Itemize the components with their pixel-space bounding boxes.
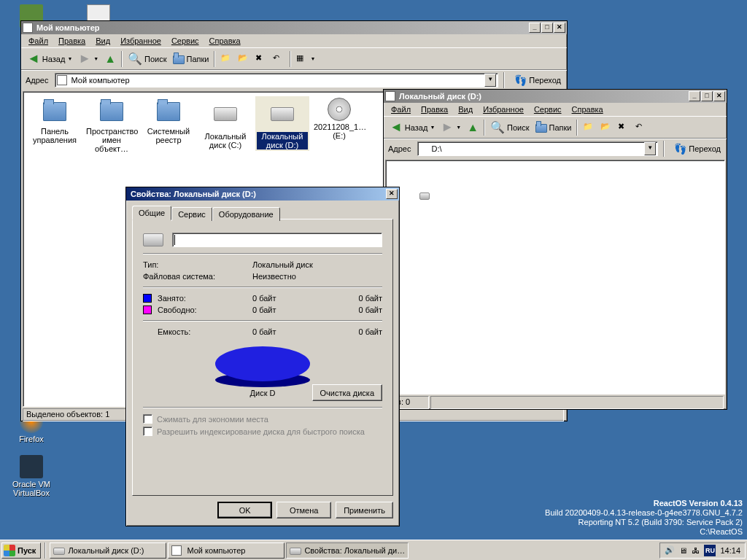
- delete-icon: ✖: [618, 122, 630, 133]
- go-button[interactable]: 👣Переход: [510, 73, 565, 88]
- maximize-button[interactable]: □: [701, 91, 713, 101]
- usb-icon[interactable]: 🖥: [679, 546, 687, 555]
- back-button[interactable]: ◄Назад▼: [24, 50, 75, 68]
- free-readable: 0 байт: [325, 306, 382, 314]
- tool-undo[interactable]: ↶: [270, 52, 287, 66]
- titlebar[interactable]: Локальный диск (D:) _ □ ✕: [384, 90, 727, 103]
- tool-undo[interactable]: ↶: [632, 120, 650, 135]
- maximize-button[interactable]: □: [541, 23, 553, 33]
- folders-button[interactable]: Папки: [533, 120, 575, 135]
- titlebar[interactable]: Свойства: Локальный диск (D:) ✕: [126, 187, 399, 201]
- type-label: Тип:: [143, 260, 252, 269]
- forward-button[interactable]: ►▼: [75, 50, 101, 68]
- fs-value: Неизвестно: [252, 272, 296, 281]
- cap-label: Емкость:: [158, 327, 252, 336]
- copyto-icon: 📂: [600, 122, 612, 133]
- menu-fav[interactable]: Избранное: [116, 35, 166, 47]
- file-view[interactable]: [385, 160, 725, 394]
- titlebar[interactable]: Мой компьютер _ □ ✕: [21, 21, 567, 34]
- copyto-icon: 📂: [238, 53, 249, 65]
- minimize-button[interactable]: _: [689, 91, 700, 101]
- close-button[interactable]: ✕: [713, 91, 725, 101]
- tab-hardware[interactable]: Оборудование: [212, 207, 280, 221]
- views-icon: ▦: [296, 53, 308, 65]
- menu-edit[interactable]: Правка: [54, 35, 90, 47]
- item-disk-d[interactable]: Локальный диск (D:): [255, 96, 309, 151]
- tool-copyto[interactable]: 📂: [597, 120, 615, 135]
- undo-icon: ↶: [635, 122, 647, 133]
- tool-copyto[interactable]: 📂: [235, 52, 252, 66]
- menu-help[interactable]: Справка: [568, 104, 608, 115]
- forward-button[interactable]: ►▼: [438, 118, 464, 136]
- desk-vbox[interactable]: Oracle VM VirtualBox: [6, 455, 57, 497]
- tab-general[interactable]: Общие: [132, 206, 171, 220]
- used-label: Занято:: [158, 294, 252, 303]
- menu-fav[interactable]: Избранное: [479, 104, 528, 115]
- ok-button[interactable]: OK: [217, 502, 272, 518]
- search-icon: 🔍: [128, 52, 142, 66]
- sound-icon[interactable]: 🔊: [665, 545, 675, 555]
- language-indicator[interactable]: RU: [704, 545, 716, 556]
- apply-button[interactable]: Применить: [336, 502, 393, 518]
- back-button[interactable]: ◄Назад▼: [387, 118, 438, 136]
- search-button[interactable]: 🔍Поиск: [125, 50, 169, 67]
- go-icon: 👣: [674, 143, 686, 155]
- menu-view[interactable]: Вид: [91, 35, 115, 47]
- task-props[interactable]: Свойства: Локальный ди…: [286, 542, 409, 559]
- address-icon: [419, 192, 430, 200]
- address-field[interactable]: D:\ ▼: [417, 141, 659, 156]
- cleanup-button[interactable]: Очистка диска: [312, 384, 382, 401]
- address-value: D:\: [432, 144, 442, 153]
- tool-delete[interactable]: ✖: [615, 120, 632, 135]
- menu-tools[interactable]: Сервис: [167, 35, 204, 47]
- tool-moveto[interactable]: 📁: [217, 52, 235, 66]
- tool-views[interactable]: ▦▼: [293, 52, 318, 66]
- compress-label: Сжимать для экономии места: [157, 415, 268, 424]
- compress-checkbox[interactable]: [143, 414, 152, 424]
- search-button[interactable]: 🔍Поиск: [487, 119, 532, 136]
- menu-tools[interactable]: Сервис: [530, 104, 566, 115]
- undo-icon: ↶: [273, 53, 285, 65]
- address-dropdown[interactable]: ▼: [644, 142, 656, 155]
- volume-name-input[interactable]: [172, 233, 382, 247]
- folders-button[interactable]: Папки: [170, 52, 212, 66]
- tool-moveto[interactable]: 📁: [580, 120, 597, 135]
- close-button[interactable]: ✕: [386, 189, 398, 199]
- menu-view[interactable]: Вид: [454, 104, 477, 115]
- window-icon: [385, 91, 395, 101]
- address-field[interactable]: Мой компьютер ▼: [55, 73, 499, 88]
- index-checkbox[interactable]: [143, 427, 152, 436]
- menu-edit[interactable]: Правка: [417, 104, 452, 115]
- clock[interactable]: 14:14: [720, 546, 740, 555]
- type-value: Локальный диск: [252, 260, 313, 269]
- address-value: Мой компьютер: [71, 76, 130, 85]
- close-button[interactable]: ✕: [554, 23, 565, 33]
- menubar: Файл Правка Вид Избранное Сервис Справка: [384, 103, 727, 116]
- task-mycomp[interactable]: Мой компьютер: [168, 542, 285, 559]
- item-control-panel[interactable]: Панель управления: [28, 96, 82, 146]
- back-icon: ◄: [390, 120, 403, 135]
- back-icon: ◄: [27, 51, 40, 66]
- item-disk-c[interactable]: Локальный диск (C:): [198, 96, 252, 151]
- taskbar: Пуск Локальный диск (D:) Мой компьютер С…: [0, 540, 747, 560]
- menu-file[interactable]: Файл: [387, 104, 415, 115]
- up-button[interactable]: ▲: [464, 120, 481, 136]
- menu-file[interactable]: Файл: [24, 35, 53, 47]
- menu-help[interactable]: Справка: [205, 35, 245, 47]
- pie-chart: [215, 346, 310, 381]
- free-bytes: 0 байт: [252, 306, 325, 314]
- item-namespace[interactable]: Пространство имен объект…: [85, 96, 139, 155]
- start-button[interactable]: Пуск: [1, 542, 41, 559]
- up-button[interactable]: ▲: [101, 51, 119, 67]
- item-registry[interactable]: Системный реестр: [142, 96, 196, 146]
- cancel-button[interactable]: Отмена: [276, 502, 331, 518]
- network-icon[interactable]: 🖧: [692, 546, 700, 555]
- address-dropdown[interactable]: ▼: [484, 74, 496, 87]
- go-button[interactable]: 👣Переход: [670, 141, 725, 156]
- dialog-properties: Свойства: Локальный диск (D:) ✕ Общие Се…: [125, 187, 400, 526]
- tool-delete[interactable]: ✖: [252, 52, 270, 66]
- task-d[interactable]: Локальный диск (D:): [50, 542, 166, 559]
- minimize-button[interactable]: _: [529, 23, 541, 33]
- item-disk-e[interactable]: 20211208_1… (E:): [312, 96, 366, 141]
- tab-service[interactable]: Сервис: [171, 207, 212, 221]
